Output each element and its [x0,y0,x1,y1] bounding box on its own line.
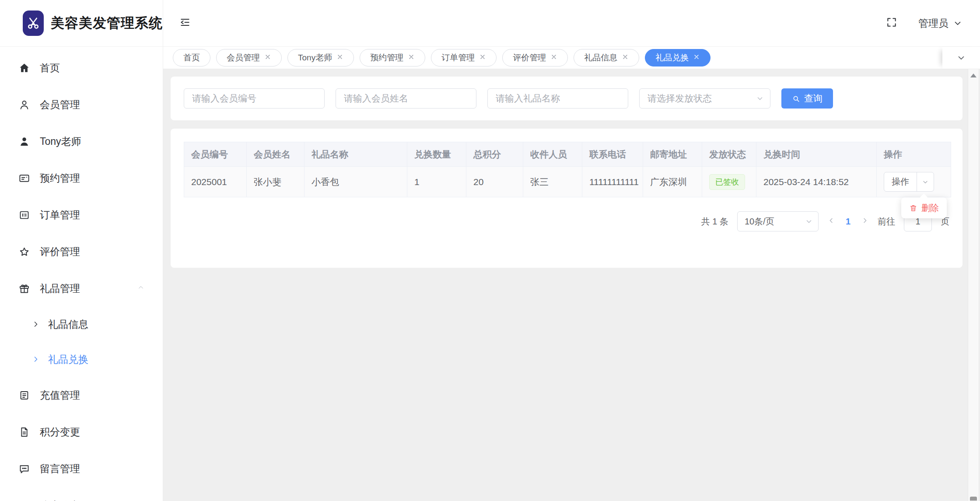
next-page-button[interactable] [861,217,869,227]
close-icon[interactable] [550,53,557,63]
cell-quantity: 1 [407,167,466,197]
table-card: 会员编号 会员姓名 礼品名称 兑换数量 总积分 收件人员 联系电话 邮寄地址 发… [171,129,962,268]
prev-page-button[interactable] [827,217,835,227]
cell-address: 广东深圳 [643,167,702,197]
filter-card: 请选择发放状态 查询 [171,77,962,120]
message-icon [18,463,30,475]
cell-member-name: 张小斐 [247,167,304,197]
tab-gift-exchange[interactable]: 礼品兑换 [645,49,710,67]
delete-menu-item[interactable]: 删除 [921,202,939,214]
chevron-right-icon [32,320,40,329]
goto-label: 前往 [878,216,895,228]
collapse-sidebar-icon[interactable] [179,17,191,30]
app-title: 美容美发管理系统 [51,14,163,32]
sidebar-subitem-gift-exchange[interactable]: 礼品兑换 [0,342,163,377]
chevron-down-icon [805,217,813,225]
chevron-down-icon [953,18,962,28]
cell-status: 已签收 [702,167,756,197]
tabs-dropdown-button[interactable] [942,47,980,69]
close-icon[interactable] [479,53,486,63]
tab-staff[interactable]: Tony老师 [287,49,354,67]
status-select[interactable]: 请选择发放状态 [639,88,770,109]
cell-member-id: 2025001 [184,167,247,197]
sidebar-item-orders[interactable]: 订单管理 [0,196,163,233]
booking-icon [18,172,30,184]
fullscreen-icon[interactable] [886,17,897,30]
sidebar-item-recharge[interactable]: 充值管理 [0,377,163,413]
row-action-split-button[interactable]: 操作 [884,172,934,192]
pagination: 共 1 条 10条/页 1 前往 页 [184,211,949,231]
recharge-icon [18,389,30,401]
app-logo: 美容美发管理系统 [0,0,163,47]
staff-icon [18,136,30,147]
member-icon [18,99,30,111]
review-icon [18,246,30,258]
chevron-up-icon[interactable] [136,283,145,294]
notice-icon [18,500,30,501]
table-row: 2025001 张小斐 小香包 1 20 张三 11111111111 广东深圳… [184,167,951,197]
points-icon [18,426,30,438]
tab-orders[interactable]: 订单管理 [431,49,497,67]
close-icon[interactable] [264,53,271,63]
page-size-select[interactable]: 10条/页 [737,211,819,231]
close-icon[interactable] [408,53,415,63]
member-id-input[interactable] [184,88,325,109]
sidebar-item-points[interactable]: 积分变更 [0,413,163,450]
order-icon [18,209,30,221]
gift-name-input[interactable] [487,88,628,109]
exchange-table: 会员编号 会员姓名 礼品名称 兑换数量 总积分 收件人员 联系电话 邮寄地址 发… [184,142,951,197]
cell-phone: 11111111111 [582,167,643,197]
action-dropdown-menu: 删除 [901,197,947,218]
tab-gift-info[interactable]: 礼品信息 [574,49,639,67]
sidebar-subitem-gift-info[interactable]: 礼品信息 [0,307,163,342]
member-name-input[interactable] [336,88,476,109]
close-icon[interactable] [622,53,629,63]
top-header: 管理员 [163,0,980,47]
tab-booking[interactable]: 预约管理 [360,49,425,67]
chevron-down-icon[interactable] [917,172,934,191]
scissors-logo-icon [23,11,44,36]
sidebar-item-messages[interactable]: 留言管理 [0,450,163,487]
search-button[interactable]: 查询 [781,88,833,109]
search-icon [792,95,800,103]
cell-actions: 操作 [877,167,951,197]
tabs-bar: 首页 会员管理 Tony老师 预约管理 订单管理 评价管理 礼品信息 礼品兑换 [163,47,980,69]
close-icon[interactable] [336,53,343,63]
chevron-down-icon [756,95,764,102]
chevron-right-icon [32,355,40,364]
sidebar-menu: 首页 会员管理 Tony老师 预约管理 订单管理 评价管理 [0,47,163,501]
sidebar-item-members[interactable]: 会员管理 [0,86,163,123]
header-actions: 管理员 [886,17,962,30]
cell-time: 2025-03-24 14:18:52 [756,167,877,197]
main-column: 管理员 首页 会员管理 Tony老师 预约管理 订单管理 评价管理 礼品信息 礼… [163,0,980,501]
pagination-total: 共 1 条 [701,216,728,228]
gift-icon [18,283,30,294]
sidebar-item-reviews[interactable]: 评价管理 [0,233,163,270]
app-root: 美容美发管理系统 首页 会员管理 Tony老师 预约管理 订单管理 [0,0,980,501]
cell-recipient: 张三 [523,167,582,197]
user-dropdown[interactable]: 管理员 [918,17,962,30]
trash-icon [909,204,917,212]
scroll-up-arrow[interactable] [970,74,976,77]
sidebar-item-gifts[interactable]: 礼品管理 [0,270,163,307]
tab-members[interactable]: 会员管理 [216,49,282,67]
sidebar-item-home[interactable]: 首页 [0,49,163,86]
tab-reviews[interactable]: 评价管理 [502,49,568,67]
cell-points: 20 [466,167,523,197]
sidebar: 美容美发管理系统 首页 会员管理 Tony老师 预约管理 订单管理 [0,0,163,501]
status-badge: 已签收 [709,174,745,190]
close-icon[interactable] [693,53,700,63]
chevron-down-icon [956,53,966,63]
table-header-row: 会员编号 会员姓名 礼品名称 兑换数量 总积分 收件人员 联系电话 邮寄地址 发… [184,142,951,167]
sidebar-item-notices[interactable]: 公告信息 [0,487,163,501]
vertical-scrollbar[interactable] [968,69,979,501]
cell-gift-name: 小香包 [304,167,407,197]
sidebar-item-staff[interactable]: Tony老师 [0,123,163,160]
user-name: 管理员 [918,17,948,30]
page-number-1[interactable]: 1 [844,217,852,227]
page-content: 请选择发放状态 查询 [163,69,980,501]
scroll-down-arrow[interactable] [970,497,977,501]
sidebar-item-booking[interactable]: 预约管理 [0,160,163,196]
tab-home[interactable]: 首页 [173,49,210,67]
home-icon [18,62,30,74]
